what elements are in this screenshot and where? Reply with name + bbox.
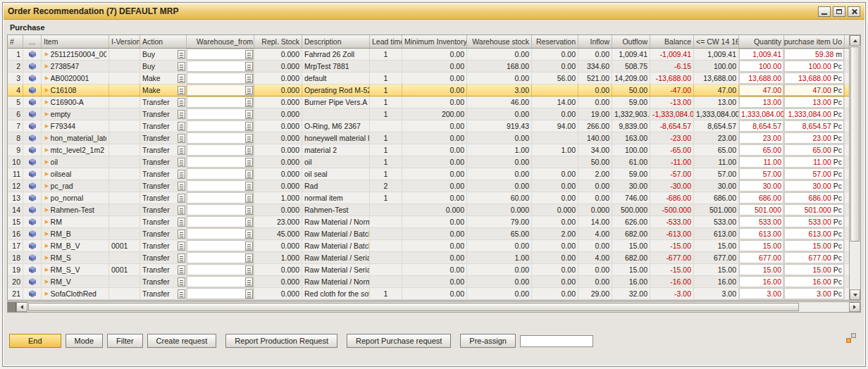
dropdown-icon[interactable] <box>245 254 253 263</box>
warehouse-from-cell[interactable] <box>187 276 254 287</box>
dropdown-icon[interactable] <box>178 74 185 83</box>
table-row[interactable]: 5 ➤ C16900-A Transfer 0.000 Burner Pipe … <box>8 96 849 108</box>
scroll-down-button[interactable] <box>850 289 860 300</box>
dropdown-icon[interactable] <box>178 50 185 59</box>
dropdown-icon[interactable] <box>245 158 253 167</box>
col-header-quantity[interactable]: Quantity <box>739 35 784 48</box>
quantity-cell[interactable]: 16.00 <box>739 276 784 287</box>
action-cell[interactable]: Transfer <box>140 204 187 215</box>
link-arrow-icon[interactable]: ➤ <box>44 49 49 60</box>
table-row[interactable]: 4 ➤ C16108 Make 0.000 Operating Rod M-52… <box>8 85 849 96</box>
table-row[interactable]: 3 ➤ AB0020001 Make 0.000 default 1 0.00 … <box>8 73 849 85</box>
horizontal-scroll-track[interactable] <box>28 303 848 311</box>
quantity-cell[interactable]: 11.00 <box>739 156 784 168</box>
warehouse-from-cell[interactable] <box>187 49 254 60</box>
action-cell[interactable]: Transfer <box>140 192 187 204</box>
col-header-warehouse-from[interactable]: Warehouse_from <box>187 35 254 48</box>
dropdown-icon[interactable] <box>178 86 185 95</box>
quantity-cell[interactable]: 13.00 <box>739 96 784 108</box>
table-row[interactable]: 12 ➤ pc_rad Transfer 0.000 Rad 2 0.00 0.… <box>8 180 849 192</box>
action-cell[interactable]: Transfer <box>140 264 187 275</box>
action-cell[interactable]: Transfer <box>140 156 187 168</box>
dropdown-icon[interactable] <box>178 158 185 167</box>
col-header-num[interactable]: # <box>8 35 23 48</box>
link-arrow-icon[interactable]: ➤ <box>44 132 49 144</box>
dropdown-icon[interactable] <box>245 265 253 275</box>
col-header-lead-time[interactable]: Lead time <box>370 35 402 48</box>
dropdown-icon[interactable] <box>178 265 185 275</box>
warehouse-from-cell[interactable] <box>187 132 254 144</box>
table-row[interactable]: 9 ➤ mtc_level2_1m2 Transfer 0.000 materi… <box>8 144 849 156</box>
dropdown-icon[interactable] <box>245 146 253 155</box>
link-arrow-icon[interactable]: ➤ <box>44 264 49 275</box>
quantity-cell[interactable]: 1,009.41 <box>739 49 784 60</box>
quantity-cell[interactable]: 57.00 <box>739 168 784 180</box>
link-arrow-icon[interactable]: ➤ <box>44 144 49 156</box>
action-cell[interactable]: Transfer <box>140 288 187 299</box>
table-row[interactable]: 6 ➤ empty Transfer 0.000 1 200.00 0.00 0… <box>8 108 849 120</box>
warehouse-from-cell[interactable] <box>187 180 254 192</box>
dropdown-icon[interactable] <box>245 277 253 287</box>
dropdown-icon[interactable] <box>245 242 253 251</box>
quantity-cell[interactable]: 1,333,084.00 <box>739 108 784 120</box>
vertical-scroll-track[interactable] <box>850 46 860 289</box>
report-production-request-button[interactable]: Report Production Request <box>225 334 337 348</box>
action-cell[interactable]: Transfer <box>140 132 187 144</box>
link-arrow-icon[interactable]: ➤ <box>44 288 49 299</box>
link-arrow-icon[interactable]: ➤ <box>44 156 49 168</box>
form-resize-icon[interactable] <box>845 332 857 344</box>
link-arrow-icon[interactable]: ➤ <box>44 192 49 204</box>
scroll-right-button[interactable] <box>849 302 860 312</box>
table-row[interactable]: 10 ➤ oil Transfer 0.000 oil 1 0.00 0.00 … <box>8 156 849 168</box>
quantity-cell[interactable]: 15.00 <box>739 264 784 275</box>
col-header-repl-stock[interactable]: Repl. Stock <box>254 35 302 48</box>
quantity-cell[interactable]: 3.00 <box>739 288 784 299</box>
quantity-cell[interactable]: 8,654.57 <box>739 120 784 132</box>
dropdown-icon[interactable] <box>178 289 185 299</box>
dropdown-icon[interactable] <box>245 62 253 71</box>
link-arrow-icon[interactable]: ➤ <box>44 240 49 251</box>
warehouse-from-cell[interactable] <box>187 204 254 215</box>
col-header-inflow[interactable]: Inflow <box>578 35 612 48</box>
action-cell[interactable]: Transfer <box>140 108 187 120</box>
warehouse-from-cell[interactable] <box>187 252 254 263</box>
maximize-button[interactable] <box>833 6 845 17</box>
warehouse-from-cell[interactable] <box>187 228 254 239</box>
dropdown-icon[interactable] <box>245 50 253 59</box>
col-header-item[interactable]: Item <box>42 35 109 48</box>
table-row[interactable]: 1 ➤ 25112150004_000 Buy 0.000 Fahrrad 26… <box>8 49 849 61</box>
action-cell[interactable]: Make <box>140 73 187 84</box>
link-arrow-icon[interactable]: ➤ <box>44 120 49 132</box>
minimize-button[interactable] <box>818 6 831 17</box>
warehouse-from-cell[interactable] <box>187 73 254 84</box>
warehouse-from-cell[interactable] <box>187 216 254 227</box>
dropdown-icon[interactable] <box>178 170 185 179</box>
link-arrow-icon[interactable]: ➤ <box>44 228 49 239</box>
action-cell[interactable]: Transfer <box>140 120 187 132</box>
quantity-cell[interactable]: 65.00 <box>739 144 784 156</box>
quantity-cell[interactable]: 613.00 <box>739 228 784 239</box>
col-header-reservation[interactable]: Reservation <box>532 35 578 48</box>
warehouse-from-cell[interactable] <box>187 85 254 96</box>
col-header-outflow[interactable]: Outflow <box>612 35 650 48</box>
warehouse-from-cell[interactable] <box>187 192 254 204</box>
col-header-description[interactable]: Description <box>302 35 370 48</box>
warehouse-from-cell[interactable] <box>187 96 254 108</box>
warehouse-from-cell[interactable] <box>187 120 254 132</box>
dropdown-icon[interactable] <box>178 277 185 287</box>
filter-button[interactable]: Filter <box>107 334 142 348</box>
link-arrow-icon[interactable]: ➤ <box>44 204 49 215</box>
col-header-dots[interactable]: ... <box>23 35 42 48</box>
pre-assign-button[interactable]: Pre-assign <box>460 334 516 348</box>
col-header-iversion[interactable]: I-Version <box>109 35 140 48</box>
warehouse-from-cell[interactable] <box>187 144 254 156</box>
action-cell[interactable]: Transfer <box>140 216 187 227</box>
link-arrow-icon[interactable]: ➤ <box>44 85 49 96</box>
dropdown-icon[interactable] <box>178 182 185 191</box>
table-row[interactable]: 21 ➤ SofaClothRed Transfer 0.000 Red clo… <box>8 288 849 300</box>
quantity-cell[interactable]: 13,688.00 <box>739 73 784 84</box>
split-handle[interactable] <box>8 302 16 312</box>
warehouse-from-cell[interactable] <box>187 108 254 120</box>
col-header-warehouse-stock[interactable]: Warehouse stock <box>467 35 532 48</box>
link-arrow-icon[interactable]: ➤ <box>44 168 49 180</box>
